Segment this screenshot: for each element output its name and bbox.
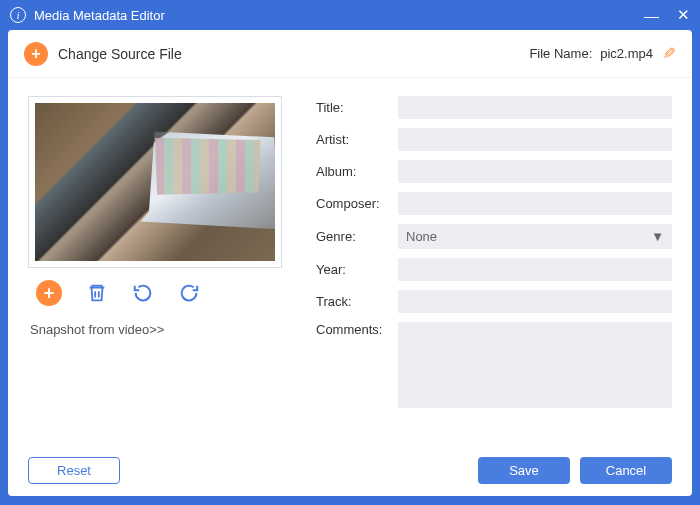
artist-input[interactable] [398, 128, 672, 151]
title-label: Title: [316, 100, 398, 115]
chevron-down-icon: ▼ [651, 229, 664, 244]
snapshot-link[interactable]: Snapshot from video>> [28, 322, 288, 337]
close-button[interactable]: ✕ [677, 6, 690, 24]
year-label: Year: [316, 262, 398, 277]
form-column: Title: Artist: Album: Composer: Genre: N… [316, 96, 672, 434]
rotate-left-icon[interactable] [132, 282, 154, 304]
genre-label: Genre: [316, 229, 398, 244]
thumbnail-image [35, 103, 275, 261]
track-label: Track: [316, 294, 398, 309]
rotate-right-icon[interactable] [178, 282, 200, 304]
composer-input[interactable] [398, 192, 672, 215]
comments-label: Comments: [316, 322, 398, 337]
year-input[interactable] [398, 258, 672, 281]
window-body: + Change Source File File Name: pic2.mp4… [8, 30, 692, 496]
change-source-icon[interactable]: + [24, 42, 48, 66]
change-source-label[interactable]: Change Source File [58, 46, 182, 62]
composer-label: Composer: [316, 196, 398, 211]
album-label: Album: [316, 164, 398, 179]
title-input[interactable] [398, 96, 672, 119]
window-title: Media Metadata Editor [34, 8, 165, 23]
info-icon: i [10, 7, 26, 23]
file-name-label: File Name: [529, 46, 592, 61]
topbar: + Change Source File File Name: pic2.mp4… [8, 30, 692, 78]
comments-input[interactable] [398, 322, 672, 408]
track-input[interactable] [398, 290, 672, 313]
album-input[interactable] [398, 160, 672, 183]
file-name-value: pic2.mp4 [600, 46, 653, 61]
cancel-button[interactable]: Cancel [580, 457, 672, 484]
genre-select[interactable]: None ▼ [398, 224, 672, 249]
add-thumbnail-button[interactable]: + [36, 280, 62, 306]
thumbnail-toolbar: + [28, 280, 288, 306]
artist-label: Artist: [316, 132, 398, 147]
minimize-button[interactable]: — [644, 7, 659, 24]
reset-button[interactable]: Reset [28, 457, 120, 484]
content-area: + Snapshot from video>> Title: Artist: A… [8, 78, 692, 444]
genre-value: None [406, 229, 437, 244]
edit-filename-icon[interactable]: ✎ [663, 44, 676, 63]
left-column: + Snapshot from video>> [28, 96, 288, 434]
footer: Reset Save Cancel [8, 444, 692, 496]
save-button[interactable]: Save [478, 457, 570, 484]
delete-icon[interactable] [86, 282, 108, 304]
titlebar: i Media Metadata Editor — ✕ [0, 0, 700, 30]
thumbnail-box [28, 96, 282, 268]
